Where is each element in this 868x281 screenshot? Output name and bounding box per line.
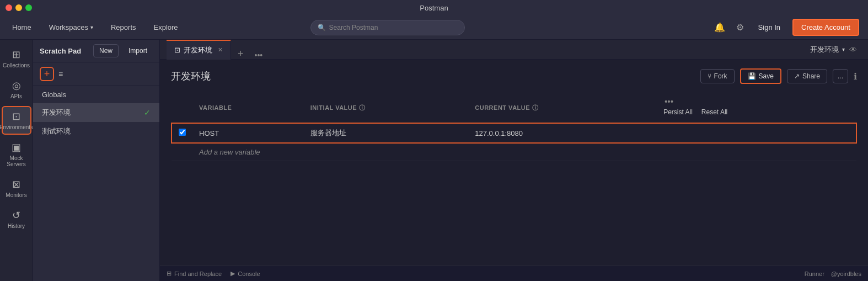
import-button[interactable]: Import: [123, 45, 153, 57]
tab-close-icon[interactable]: ✕: [218, 46, 223, 54]
test-env-item[interactable]: 测试环境: [33, 122, 159, 141]
app-title: Postman: [420, 4, 448, 12]
variable-cell[interactable]: HOST: [192, 123, 304, 143]
env-editor-title: 开发环境: [171, 70, 211, 83]
add-environment-button[interactable]: +: [40, 67, 54, 81]
env-editor: 开发环境 ⑂ Fork 💾 Save ↗ Share ..: [160, 60, 868, 266]
fork-icon: ⑂: [708, 72, 711, 80]
environments-panel: Scratch Pad New Import + ≡ Globals 开发环境 …: [33, 40, 160, 281]
sign-in-button[interactable]: Sign In: [753, 21, 786, 34]
nav-home[interactable]: Home: [9, 21, 35, 34]
console-icon: ▶: [231, 270, 235, 277]
env-tab[interactable]: ⊡ 开发环境 ✕: [167, 40, 231, 60]
new-button[interactable]: New: [93, 44, 119, 57]
th-checkbox: [172, 93, 192, 123]
user-label: @yoirdbles: [831, 271, 861, 277]
nav-workspaces[interactable]: Workspaces ▾: [46, 21, 97, 34]
history-icon: ↺: [12, 209, 20, 221]
collections-icon: ⊞: [12, 49, 20, 61]
close-window-button[interactable]: [6, 4, 12, 11]
table-header-row: VARIABLE INITIAL VALUE ⓘ CURRENT VALUE ⓘ…: [172, 93, 856, 123]
env-variables-table: VARIABLE INITIAL VALUE ⓘ CURRENT VALUE ⓘ…: [171, 93, 857, 161]
sidebar-item-apis[interactable]: ◎ APIs: [2, 75, 31, 104]
current-value-cell[interactable]: 127.0.0.1:8080: [468, 123, 653, 143]
panel-header-actions: New Import: [93, 44, 153, 57]
initial-value-cell[interactable]: 服务器地址: [304, 123, 468, 143]
find-replace-icon: ⊞: [167, 270, 172, 277]
row-actions-cell: [653, 123, 856, 143]
minimize-window-button[interactable]: [15, 4, 22, 11]
add-variable-cell[interactable]: Add a new variable: [192, 143, 856, 161]
sidebar-item-collections[interactable]: ⊞ Collections: [2, 44, 31, 73]
apis-icon: ◎: [12, 79, 21, 92]
content-area: ⊡ 开发环境 ✕ + ••• 开发环境 ▾ 👁 开发环境: [160, 40, 868, 281]
persist-all-button[interactable]: Persist All: [660, 106, 696, 118]
share-icon: ↗: [794, 72, 800, 80]
icon-sidebar: ⊞ Collections ◎ APIs ⊡ Environments ▣ Mo…: [0, 40, 33, 281]
environments-icon: ⊡: [12, 110, 20, 123]
tab-more-icon[interactable]: •••: [250, 51, 267, 60]
panel-title: Scratch Pad: [40, 47, 81, 55]
settings-icon[interactable]: ⚙: [734, 20, 746, 35]
persist-reset-area: Persist All Reset All: [660, 106, 850, 118]
environments-list: Globals 开发环境 ✓ 测试环境: [33, 86, 159, 281]
th-actions: ••• Persist All Reset All: [653, 93, 856, 123]
workspaces-chevron-icon: ▾: [90, 24, 93, 30]
active-check-icon: ✓: [144, 108, 151, 117]
search-icon: 🔍: [318, 24, 326, 31]
sidebar-item-monitors[interactable]: ⊠ Monitors: [2, 174, 31, 203]
add-tab-button[interactable]: +: [231, 48, 250, 60]
eye-icon[interactable]: 👁: [849, 45, 857, 54]
sidebar-item-environments[interactable]: ⊡ Environments: [2, 106, 31, 135]
nav-right: 🔔 ⚙ Sign In Create Account: [712, 19, 859, 36]
nav-reports[interactable]: Reports: [108, 21, 140, 34]
title-bar: Postman: [0, 0, 868, 15]
info-icon[interactable]: ℹ: [854, 71, 857, 82]
add-variable-row[interactable]: Add a new variable: [172, 143, 856, 161]
env-actions: ⑂ Fork 💾 Save ↗ Share ... ℹ: [700, 68, 857, 84]
monitors-icon: ⊠: [12, 178, 20, 190]
create-account-button[interactable]: Create Account: [792, 19, 859, 36]
mock-servers-icon: ▣: [12, 141, 21, 153]
window-controls: [6, 4, 32, 11]
table-row: HOST 服务器地址 127.0.0.1:8080: [172, 123, 856, 143]
reset-all-button[interactable]: Reset All: [698, 106, 731, 118]
console-button[interactable]: ▶ Console: [231, 270, 260, 277]
more-actions-button[interactable]: ...: [833, 69, 848, 83]
status-right: Runner @yoirdbles: [805, 271, 861, 277]
current-value-info-icon[interactable]: ⓘ: [532, 104, 539, 111]
main-layout: ⊞ Collections ◎ APIs ⊡ Environments ▣ Mo…: [0, 40, 868, 281]
env-selector-chevron-icon: ▾: [842, 46, 845, 52]
runner-button[interactable]: Runner: [805, 271, 824, 277]
row-checkbox-cell[interactable]: [172, 123, 192, 143]
dev-env-item[interactable]: 开发环境 ✓: [33, 103, 159, 122]
env-selector-bar: ⊡ 开发环境 ✕ + ••• 开发环境 ▾ 👁: [160, 40, 868, 60]
tab-env-icon: ⊡: [174, 46, 180, 54]
sidebar-item-mock-servers[interactable]: ▣ Mock Servers: [2, 137, 31, 172]
status-bar: ⊞ Find and Replace ▶ Console Runner @yoi…: [160, 266, 868, 281]
tab-bar: ⊡ 开发环境 ✕ + •••: [167, 40, 810, 60]
th-variable: VARIABLE: [192, 93, 304, 123]
share-button[interactable]: ↗ Share: [787, 69, 827, 83]
search-bar[interactable]: 🔍 Search Postman: [310, 20, 465, 35]
filter-icon[interactable]: ≡: [58, 70, 63, 78]
find-replace-button[interactable]: ⊞ Find and Replace: [167, 270, 222, 277]
save-icon: 💾: [748, 72, 756, 80]
panel-header: Scratch Pad New Import: [33, 40, 159, 62]
row-checkbox[interactable]: [179, 129, 186, 136]
th-initial-value: INITIAL VALUE ⓘ: [304, 93, 468, 123]
env-top-bar: 开发环境 ⑂ Fork 💾 Save ↗ Share ..: [171, 68, 857, 84]
save-button[interactable]: 💾 Save: [740, 68, 781, 84]
status-left: ⊞ Find and Replace ▶ Console: [167, 270, 260, 277]
initial-value-info-icon[interactable]: ⓘ: [359, 104, 366, 111]
globals-item[interactable]: Globals: [33, 86, 159, 103]
environment-selector[interactable]: 开发环境 ▾: [810, 45, 845, 55]
top-nav: Home Workspaces ▾ Reports Explore 🔍 Sear…: [0, 15, 868, 40]
th-current-value: CURRENT VALUE ⓘ: [468, 93, 653, 123]
fork-button[interactable]: ⑂ Fork: [700, 69, 735, 83]
search-placeholder: Search Postman: [329, 24, 378, 31]
notification-icon[interactable]: 🔔: [712, 20, 727, 35]
maximize-window-button[interactable]: [25, 4, 32, 11]
sidebar-item-history[interactable]: ↺ History: [2, 205, 31, 234]
nav-explore[interactable]: Explore: [151, 21, 181, 34]
